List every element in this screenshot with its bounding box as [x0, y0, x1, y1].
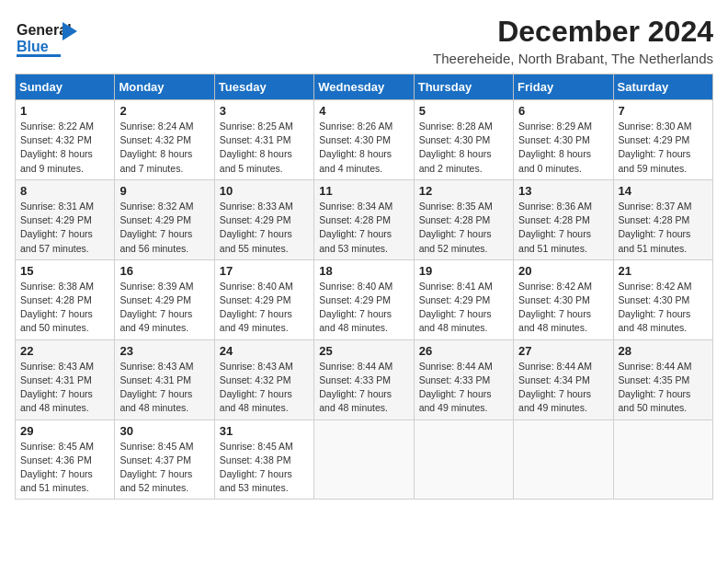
calendar-cell: 14Sunrise: 8:37 AMSunset: 4:28 PMDayligh…	[613, 179, 712, 259]
day-info: Sunrise: 8:26 AMSunset: 4:30 PMDaylight:…	[319, 120, 408, 176]
calendar-cell: 7Sunrise: 8:30 AMSunset: 4:29 PMDaylight…	[613, 100, 712, 180]
day-info: Sunrise: 8:35 AMSunset: 4:28 PMDaylight:…	[419, 200, 508, 256]
title-area: December 2024 Theereheide, North Brabant…	[433, 15, 713, 66]
calendar-week-2: 8Sunrise: 8:31 AMSunset: 4:29 PMDaylight…	[16, 179, 713, 259]
day-info: Sunrise: 8:24 AMSunset: 4:32 PMDaylight:…	[119, 120, 209, 176]
calendar-cell: 9Sunrise: 8:32 AMSunset: 4:29 PMDaylight…	[115, 179, 214, 259]
day-number: 28	[619, 344, 708, 358]
day-info: Sunrise: 8:45 AMSunset: 4:36 PMDaylight:…	[20, 440, 109, 496]
calendar-week-5: 29Sunrise: 8:45 AMSunset: 4:36 PMDayligh…	[16, 419, 713, 500]
day-number: 2	[119, 104, 209, 118]
col-header-saturday: Saturday	[613, 75, 712, 100]
main-title: December 2024	[433, 15, 713, 49]
day-number: 9	[119, 184, 209, 198]
day-info: Sunrise: 8:45 AMSunset: 4:37 PMDaylight:…	[119, 440, 209, 496]
day-number: 16	[119, 264, 209, 278]
calendar-header-row: SundayMondayTuesdayWednesdayThursdayFrid…	[16, 75, 713, 100]
day-number: 5	[419, 104, 508, 118]
day-info: Sunrise: 8:22 AMSunset: 4:32 PMDaylight:…	[20, 120, 109, 176]
day-info: Sunrise: 8:31 AMSunset: 4:29 PMDaylight:…	[20, 200, 109, 256]
day-info: Sunrise: 8:44 AMSunset: 4:33 PMDaylight:…	[319, 360, 408, 416]
calendar-cell: 25Sunrise: 8:44 AMSunset: 4:33 PMDayligh…	[314, 339, 414, 419]
day-number: 22	[20, 344, 109, 358]
day-info: Sunrise: 8:25 AMSunset: 4:31 PMDaylight:…	[220, 120, 309, 176]
day-number: 26	[419, 344, 508, 358]
day-info: Sunrise: 8:42 AMSunset: 4:30 PMDaylight:…	[518, 280, 608, 336]
day-number: 11	[319, 184, 408, 198]
day-number: 14	[619, 184, 708, 198]
day-info: Sunrise: 8:40 AMSunset: 4:29 PMDaylight:…	[319, 280, 408, 336]
day-info: Sunrise: 8:32 AMSunset: 4:29 PMDaylight:…	[119, 200, 209, 256]
calendar-cell: 27Sunrise: 8:44 AMSunset: 4:34 PMDayligh…	[514, 339, 613, 419]
day-info: Sunrise: 8:43 AMSunset: 4:31 PMDaylight:…	[20, 360, 109, 416]
day-number: 8	[20, 184, 109, 198]
day-info: Sunrise: 8:37 AMSunset: 4:28 PMDaylight:…	[619, 200, 708, 256]
day-info: Sunrise: 8:44 AMSunset: 4:34 PMDaylight:…	[518, 360, 608, 416]
calendar-week-1: 1Sunrise: 8:22 AMSunset: 4:32 PMDaylight…	[16, 100, 713, 180]
calendar-cell: 5Sunrise: 8:28 AMSunset: 4:30 PMDaylight…	[414, 100, 513, 180]
calendar-cell: 29Sunrise: 8:45 AMSunset: 4:36 PMDayligh…	[16, 419, 115, 500]
day-number: 23	[119, 344, 209, 358]
day-number: 4	[319, 104, 408, 118]
calendar-cell: 6Sunrise: 8:29 AMSunset: 4:30 PMDaylight…	[514, 100, 613, 180]
calendar-cell: 22Sunrise: 8:43 AMSunset: 4:31 PMDayligh…	[16, 339, 115, 419]
day-info: Sunrise: 8:39 AMSunset: 4:29 PMDaylight:…	[119, 280, 209, 336]
day-number: 20	[518, 264, 608, 278]
day-number: 7	[619, 104, 708, 118]
day-info: Sunrise: 8:30 AMSunset: 4:29 PMDaylight:…	[619, 120, 708, 176]
day-info: Sunrise: 8:44 AMSunset: 4:35 PMDaylight:…	[619, 360, 708, 416]
calendar-cell: 23Sunrise: 8:43 AMSunset: 4:31 PMDayligh…	[115, 339, 214, 419]
calendar-cell	[414, 419, 513, 500]
day-number: 10	[220, 184, 309, 198]
calendar-cell: 11Sunrise: 8:34 AMSunset: 4:28 PMDayligh…	[314, 179, 414, 259]
calendar-cell: 3Sunrise: 8:25 AMSunset: 4:31 PMDaylight…	[214, 100, 313, 180]
col-header-thursday: Thursday	[414, 75, 513, 100]
svg-rect-3	[17, 54, 61, 57]
svg-text:Blue: Blue	[17, 39, 49, 54]
calendar-cell: 15Sunrise: 8:38 AMSunset: 4:28 PMDayligh…	[16, 259, 115, 339]
calendar-cell: 18Sunrise: 8:40 AMSunset: 4:29 PMDayligh…	[314, 259, 414, 339]
day-info: Sunrise: 8:41 AMSunset: 4:29 PMDaylight:…	[419, 280, 508, 336]
day-number: 29	[20, 424, 109, 438]
header: General Blue December 2024 Theereheide, …	[15, 15, 713, 66]
calendar-cell: 24Sunrise: 8:43 AMSunset: 4:32 PMDayligh…	[214, 339, 313, 419]
day-number: 3	[220, 104, 309, 118]
calendar-cell	[514, 419, 613, 500]
calendar-cell: 28Sunrise: 8:44 AMSunset: 4:35 PMDayligh…	[613, 339, 712, 419]
calendar-cell: 12Sunrise: 8:35 AMSunset: 4:28 PMDayligh…	[414, 179, 513, 259]
col-header-monday: Monday	[115, 75, 214, 100]
day-number: 6	[518, 104, 608, 118]
calendar-cell: 30Sunrise: 8:45 AMSunset: 4:37 PMDayligh…	[115, 419, 214, 500]
day-number: 1	[20, 104, 109, 118]
calendar-cell: 17Sunrise: 8:40 AMSunset: 4:29 PMDayligh…	[214, 259, 313, 339]
day-info: Sunrise: 8:42 AMSunset: 4:30 PMDaylight:…	[619, 280, 708, 336]
day-number: 15	[20, 264, 109, 278]
calendar-cell	[613, 419, 712, 500]
day-number: 19	[419, 264, 508, 278]
day-info: Sunrise: 8:28 AMSunset: 4:30 PMDaylight:…	[419, 120, 508, 176]
day-info: Sunrise: 8:43 AMSunset: 4:32 PMDaylight:…	[220, 360, 309, 416]
day-number: 12	[419, 184, 508, 198]
day-info: Sunrise: 8:29 AMSunset: 4:30 PMDaylight:…	[518, 120, 608, 176]
day-info: Sunrise: 8:34 AMSunset: 4:28 PMDaylight:…	[319, 200, 408, 256]
day-info: Sunrise: 8:33 AMSunset: 4:29 PMDaylight:…	[220, 200, 309, 256]
col-header-wednesday: Wednesday	[314, 75, 414, 100]
day-info: Sunrise: 8:44 AMSunset: 4:33 PMDaylight:…	[419, 360, 508, 416]
day-number: 18	[319, 264, 408, 278]
logo-icon: General Blue	[15, 15, 88, 61]
calendar-cell: 19Sunrise: 8:41 AMSunset: 4:29 PMDayligh…	[414, 259, 513, 339]
col-header-sunday: Sunday	[16, 75, 115, 100]
day-number: 25	[319, 344, 408, 358]
calendar-table: SundayMondayTuesdayWednesdayThursdayFrid…	[15, 74, 713, 500]
calendar-cell: 2Sunrise: 8:24 AMSunset: 4:32 PMDaylight…	[115, 100, 214, 180]
subtitle: Theereheide, North Brabant, The Netherla…	[433, 51, 713, 66]
day-info: Sunrise: 8:38 AMSunset: 4:28 PMDaylight:…	[20, 280, 109, 336]
day-number: 13	[518, 184, 608, 198]
calendar-cell: 16Sunrise: 8:39 AMSunset: 4:29 PMDayligh…	[115, 259, 214, 339]
calendar-cell: 1Sunrise: 8:22 AMSunset: 4:32 PMDaylight…	[16, 100, 115, 180]
day-number: 17	[220, 264, 309, 278]
calendar-week-4: 22Sunrise: 8:43 AMSunset: 4:31 PMDayligh…	[16, 339, 713, 419]
day-number: 27	[518, 344, 608, 358]
day-info: Sunrise: 8:40 AMSunset: 4:29 PMDaylight:…	[220, 280, 309, 336]
calendar-cell: 21Sunrise: 8:42 AMSunset: 4:30 PMDayligh…	[613, 259, 712, 339]
